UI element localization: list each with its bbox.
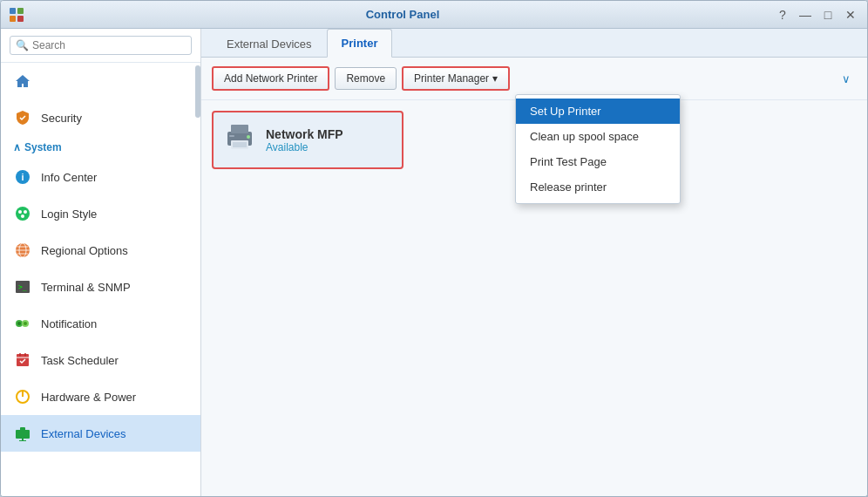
collapse-icon: ∧: [13, 141, 21, 153]
palette-icon: [13, 204, 32, 223]
notification-label: Notification: [41, 317, 97, 330]
svg-rect-3: [17, 16, 24, 22]
external-devices-label: External Devices: [41, 427, 126, 440]
svg-rect-2: [10, 16, 16, 22]
svg-rect-24: [24, 353, 26, 357]
task-icon: [13, 351, 32, 370]
terminal-icon: >_: [13, 277, 32, 296]
sidebar-item-login-style[interactable]: Login Style: [1, 195, 200, 232]
security-label: Security: [41, 112, 82, 125]
bell-icon: [13, 314, 32, 333]
printer-manager-button[interactable]: Printer Manager ▾: [402, 66, 510, 91]
sidebar-item-external-devices[interactable]: External Devices: [1, 415, 200, 452]
sidebar-item-info-center[interactable]: i Info Center: [1, 159, 200, 195]
info-icon: i: [13, 167, 32, 187]
svg-text:i: i: [21, 172, 24, 182]
svg-rect-23: [19, 353, 21, 357]
sidebar-item-notification[interactable]: Notification: [1, 305, 200, 342]
svg-rect-32: [231, 125, 248, 133]
printer-device-icon: [224, 121, 255, 159]
svg-rect-30: [19, 440, 26, 441]
tab-printer[interactable]: Printer: [327, 29, 393, 58]
tab-external-devices[interactable]: External Devices: [212, 30, 327, 58]
printer-item-network-mfp[interactable]: Network MFP Available: [212, 111, 403, 169]
svg-rect-36: [229, 135, 234, 137]
close-button[interactable]: ✕: [841, 5, 860, 24]
svg-text:>_: >_: [18, 283, 27, 291]
title-bar: Control Panel ? — □ ✕: [1, 1, 867, 29]
collapse-chevron-button[interactable]: ∨: [836, 68, 857, 89]
main-layout: 🔍 Securi: [1, 29, 867, 496]
minimize-button[interactable]: —: [796, 5, 815, 24]
globe-icon: [13, 241, 32, 260]
sidebar-item-task-scheduler[interactable]: Task Scheduler: [1, 342, 200, 378]
help-button[interactable]: ?: [773, 5, 792, 24]
svg-point-7: [18, 210, 22, 214]
sidebar-item-regional-options[interactable]: Regional Options: [1, 232, 200, 269]
printer-name: Network MFP: [266, 127, 343, 141]
dropdown-arrow-icon: ▾: [492, 72, 498, 85]
regional-options-label: Regional Options: [41, 244, 128, 257]
remove-button[interactable]: Remove: [335, 67, 397, 90]
svg-rect-1: [17, 8, 24, 14]
svg-point-35: [247, 135, 250, 139]
scrollbar-thumb[interactable]: [195, 65, 200, 118]
svg-rect-21: [17, 354, 29, 366]
external-devices-icon: [13, 424, 32, 443]
terminal-snmp-label: Terminal & SNMP: [41, 281, 131, 294]
svg-point-8: [24, 210, 27, 214]
svg-point-9: [21, 214, 24, 218]
search-box[interactable]: 🔍: [10, 36, 192, 55]
svg-rect-28: [20, 427, 25, 431]
system-section-label: System: [24, 141, 62, 153]
hardware-power-label: Hardware & Power: [41, 391, 136, 404]
sidebar-search-area: 🔍: [1, 29, 200, 63]
task-scheduler-label: Task Scheduler: [41, 354, 119, 367]
add-network-printer-button[interactable]: Add Network Printer: [212, 66, 329, 91]
sidebar-item-terminal-snmp[interactable]: >_ Terminal & SNMP: [1, 269, 200, 305]
info-center-label: Info Center: [41, 171, 97, 184]
sidebar-scrollbar[interactable]: [195, 64, 200, 496]
dropdown-item-print-test-page[interactable]: Print Test Page: [516, 149, 680, 174]
power-icon: [13, 387, 32, 406]
search-icon: 🔍: [16, 39, 29, 51]
sidebar-section-system[interactable]: ∧ System: [1, 136, 200, 159]
svg-rect-27: [16, 430, 30, 439]
dropdown-item-set-up-printer[interactable]: Set Up Printer: [516, 99, 680, 124]
content-area: External Devices Printer Add Network Pri…: [201, 29, 867, 496]
login-style-label: Login Style: [41, 208, 97, 221]
sidebar-item-home[interactable]: [1, 63, 200, 99]
toolbar: Add Network Printer Remove Printer Manag…: [201, 58, 867, 100]
app-icon: [8, 6, 25, 24]
tab-bar: External Devices Printer: [201, 29, 867, 58]
shield-icon: [13, 108, 32, 127]
svg-point-6: [16, 207, 30, 221]
svg-rect-34: [233, 142, 247, 147]
dropdown-item-clean-up-spool[interactable]: Clean up spool space: [516, 124, 680, 149]
maximize-button[interactable]: □: [818, 5, 837, 24]
control-panel-window: Control Panel ? — □ ✕ 🔍: [0, 0, 868, 497]
window-title: Control Panel: [32, 8, 773, 21]
printer-manager-dropdown: Set Up Printer Clean up spool space Prin…: [515, 94, 681, 204]
printer-info: Network MFP Available: [266, 127, 343, 153]
home-icon: [13, 71, 32, 91]
sidebar: 🔍 Securi: [1, 29, 201, 496]
svg-point-19: [17, 322, 21, 325]
printer-status: Available: [266, 141, 343, 153]
window-controls: ? — □ ✕: [773, 5, 860, 24]
svg-rect-0: [10, 8, 16, 14]
svg-point-20: [24, 322, 27, 325]
dropdown-item-release-printer[interactable]: Release printer: [516, 174, 680, 200]
sidebar-item-security[interactable]: Security: [1, 99, 200, 136]
sidebar-item-hardware-power[interactable]: Hardware & Power: [1, 378, 200, 415]
search-input[interactable]: [32, 39, 186, 51]
